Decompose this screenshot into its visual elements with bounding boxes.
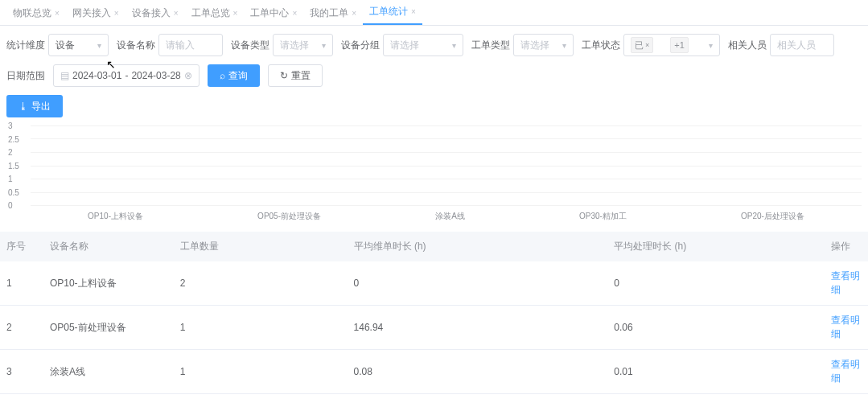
table-cell: OP30-精加工 — [43, 394, 174, 404]
table-cell: 涂装A线 — [43, 350, 174, 394]
table-cell: 0 — [348, 261, 608, 306]
ytick: 2 — [8, 148, 13, 157]
dim-select[interactable]: 设备 ▾ — [48, 34, 109, 56]
table-header: 平均处理时长 (h) — [607, 232, 825, 261]
table-header: 平均维单时长 (h) — [348, 232, 608, 261]
view-detail-link[interactable]: 查看明细 — [831, 270, 860, 295]
filter-row-1: 统计维度 设备 ▾ 设备名称 设备类型 请选择 ▾ 设备分组 请选择 ▾ 工单类… — [0, 26, 868, 56]
table-cell: 0 — [348, 394, 608, 404]
table-cell: 0.06 — [607, 306, 825, 350]
table-cell: 1 — [174, 306, 348, 350]
xtick: OP20-后处理设备 — [741, 211, 804, 222]
ordertype-placeholder: 请选择 — [520, 39, 549, 52]
group-placeholder: 请选择 — [390, 39, 419, 52]
reset-icon: ↻ — [280, 70, 288, 81]
ytick: 0.5 — [8, 187, 19, 196]
tab-bar: 物联总览×网关接入×设备接入×工单总览×工单中心×我的工单×工单统计× — [0, 0, 868, 26]
search-button[interactable]: ⌕ 查询 — [208, 64, 260, 87]
chart: 00.511.522.53 OP10-上料设备OP05-前处理设备涂装A线OP3… — [0, 125, 868, 222]
calendar-icon: ▤ — [60, 70, 69, 81]
dim-value: 设备 — [56, 39, 75, 52]
ytick: 2.5 — [8, 134, 19, 143]
xtick: OP05-前处理设备 — [257, 211, 321, 222]
tab-3[interactable]: 工单总览× — [185, 2, 245, 25]
table-cell: 4 — [0, 394, 43, 404]
reset-button[interactable]: ↻ 重置 — [268, 64, 323, 87]
type-select[interactable]: 请选择 ▾ — [273, 34, 333, 56]
close-icon[interactable]: × — [114, 9, 119, 18]
table-cell: OP10-上料设备 — [43, 261, 174, 306]
group-select[interactable]: 请选择 ▾ — [383, 34, 463, 56]
close-icon[interactable]: × — [55, 9, 60, 18]
ordertype-label: 工单类型 — [471, 39, 510, 52]
date-sep: - — [125, 70, 128, 81]
close-icon[interactable]: × — [411, 7, 416, 16]
ytick: 0 — [8, 201, 13, 210]
date-range-picker[interactable]: ▤ 2024-03-01 - 2024-03-28 ⊗ — [53, 64, 200, 87]
close-icon[interactable]: × — [352, 9, 356, 18]
clear-icon[interactable]: ⊗ — [184, 70, 192, 81]
dim-label: 统计维度 — [6, 39, 45, 52]
table-row: 4OP30-精加工100查看明细 — [0, 394, 868, 404]
group-label: 设备分组 — [341, 39, 380, 52]
ytick: 1.5 — [8, 161, 19, 170]
chevron-down-icon: ▾ — [322, 41, 326, 50]
table-cell: 2 — [174, 261, 348, 306]
date-start: 2024-03-01 — [72, 70, 121, 81]
data-table: 序号设备名称工单数量平均维单时长 (h)平均处理时长 (h)操作 1OP10-上… — [0, 232, 868, 403]
ytick: 1 — [8, 175, 13, 183]
download-icon: ⭳ — [19, 101, 28, 112]
type-label: 设备类型 — [231, 39, 269, 52]
table-row: 3涂装A线10.080.01查看明细 — [0, 350, 868, 394]
tag-close-icon[interactable]: × — [645, 41, 649, 49]
table-cell: 1 — [0, 261, 43, 306]
table-cell: 1 — [174, 394, 348, 404]
table-cell: OP05-前处理设备 — [43, 306, 174, 350]
view-detail-link[interactable]: 查看明细 — [831, 315, 860, 339]
close-icon[interactable]: × — [233, 9, 238, 18]
status-select[interactable]: 已× +1 ▾ — [623, 34, 720, 56]
person-input[interactable] — [770, 34, 834, 56]
person-input-field[interactable] — [777, 39, 827, 51]
table-header: 序号 — [0, 232, 43, 261]
person-label: 相关人员 — [728, 39, 767, 52]
daterange-label: 日期范围 — [6, 69, 45, 83]
date-end: 2024-03-28 — [131, 70, 180, 81]
filter-row-2: 日期范围 ▤ 2024-03-01 - 2024-03-28 ⊗ ⌕ 查询 ↻ … — [0, 56, 868, 95]
table-cell: 2 — [0, 306, 43, 350]
table-header: 操作 — [825, 232, 868, 261]
chevron-down-icon: ▾ — [452, 41, 456, 50]
table-header: 工单数量 — [174, 232, 348, 261]
table-cell: 146.94 — [348, 306, 608, 350]
close-icon[interactable]: × — [174, 9, 179, 18]
status-tag-1[interactable]: +1 — [670, 37, 689, 53]
table-header: 设备名称 — [43, 232, 174, 261]
table-cell: 3 — [0, 350, 43, 394]
table-cell: 0.08 — [348, 350, 608, 394]
type-placeholder: 请选择 — [280, 39, 309, 52]
table-cell: 0.01 — [607, 350, 825, 394]
tab-2[interactable]: 设备接入× — [125, 2, 185, 25]
status-tag-0[interactable]: 已× — [631, 37, 653, 53]
table-cell: 0 — [607, 261, 825, 306]
xtick: 涂装A线 — [435, 211, 465, 222]
ordertype-select[interactable]: 请选择 ▾ — [513, 34, 574, 56]
search-icon: ⌕ — [220, 70, 225, 81]
chevron-down-icon: ▾ — [709, 41, 713, 50]
tab-5[interactable]: 我的工单× — [303, 2, 363, 25]
tab-6[interactable]: 工单统计× — [363, 0, 422, 25]
view-detail-link[interactable]: 查看明细 — [831, 359, 860, 384]
tab-1[interactable]: 网关接入× — [66, 2, 125, 25]
tab-0[interactable]: 物联总览× — [6, 2, 66, 25]
tab-4[interactable]: 工单中心× — [244, 2, 303, 25]
name-label: 设备名称 — [117, 39, 155, 52]
table-cell: 1 — [174, 350, 348, 394]
name-input-field[interactable] — [166, 39, 216, 51]
xtick: OP30-精加工 — [579, 211, 627, 222]
export-button[interactable]: ⭳ 导出 — [6, 95, 63, 117]
xtick: OP10-上料设备 — [88, 211, 143, 222]
table-row: 2OP05-前处理设备1146.940.06查看明细 — [0, 306, 868, 350]
name-input[interactable] — [158, 34, 223, 56]
ytick: 3 — [8, 121, 13, 130]
close-icon[interactable]: × — [292, 9, 297, 18]
